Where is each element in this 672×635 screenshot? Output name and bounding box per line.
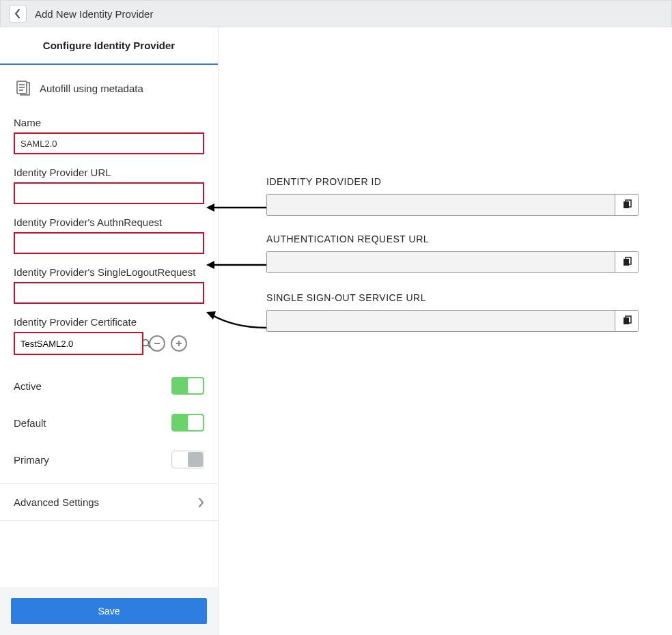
svg-line-5 — [148, 345, 151, 348]
active-label: Active — [14, 380, 42, 392]
idp-url-input[interactable] — [14, 182, 204, 204]
ref-auth-label: AUTHENTICATION REQUEST URL — [266, 234, 639, 244]
plus-icon — [175, 339, 183, 348]
default-label: Default — [14, 417, 46, 429]
right-panel: IDENTITY PROVIDER ID AUTHENTICATION REQU… — [219, 27, 672, 635]
svg-point-4 — [143, 340, 149, 346]
chevron-right-icon — [197, 498, 204, 507]
cert-search-button[interactable] — [141, 333, 151, 354]
chevron-left-icon — [14, 9, 21, 18]
active-toggle[interactable] — [171, 377, 204, 395]
ref-auth-copy[interactable] — [615, 252, 638, 272]
authn-input[interactable] — [14, 232, 204, 254]
cert-label: Identity Provider Certificate — [14, 316, 204, 328]
default-toggle[interactable] — [171, 414, 204, 432]
primary-label: Primary — [14, 454, 49, 466]
slo-label: Identity Provider's SingleLogoutRequest — [14, 266, 204, 278]
ref-idp-id-copy[interactable] — [615, 195, 638, 215]
ref-idp-id-label: IDENTITY PROVIDER ID — [266, 176, 639, 187]
search-icon — [141, 339, 151, 348]
ref-sso-copy[interactable] — [615, 311, 638, 331]
cert-remove-button[interactable] — [149, 335, 165, 352]
ref-idp-id-input[interactable] — [267, 195, 615, 215]
copy-icon — [621, 315, 632, 326]
back-button[interactable] — [9, 5, 27, 23]
advanced-label: Advanced Settings — [14, 496, 99, 508]
header-bar: Add New Identity Provider — [0, 0, 672, 27]
ref-sso-input[interactable] — [267, 311, 615, 331]
advanced-settings-row[interactable]: Advanced Settings — [0, 483, 218, 521]
document-icon — [14, 79, 33, 98]
save-button[interactable]: Save — [11, 598, 207, 624]
cert-input[interactable] — [15, 339, 141, 349]
primary-toggle[interactable] — [171, 451, 204, 468]
cert-add-button[interactable] — [171, 335, 187, 352]
authn-label: Identity Provider's AuthnRequest — [14, 216, 204, 228]
copy-icon — [621, 257, 632, 268]
page-title: Add New Identity Provider — [35, 8, 153, 20]
ref-sso-label: SINGLE SIGN-OUT SERVICE URL — [266, 292, 639, 303]
left-panel: Configure Identity Provider Autofill usi… — [0, 27, 219, 635]
minus-icon — [153, 339, 161, 348]
slo-input[interactable] — [14, 282, 204, 304]
name-input[interactable] — [14, 132, 204, 154]
autofill-label: Autofill using metadata — [40, 83, 143, 94]
autofill-metadata-button[interactable]: Autofill using metadata — [14, 79, 204, 98]
copy-icon — [621, 199, 632, 210]
name-label: Name — [14, 117, 204, 128]
ref-auth-input[interactable] — [267, 252, 615, 272]
idp-url-label: Identity Provider URL — [14, 167, 204, 178]
tab-configure[interactable]: Configure Identity Provider — [0, 27, 218, 65]
